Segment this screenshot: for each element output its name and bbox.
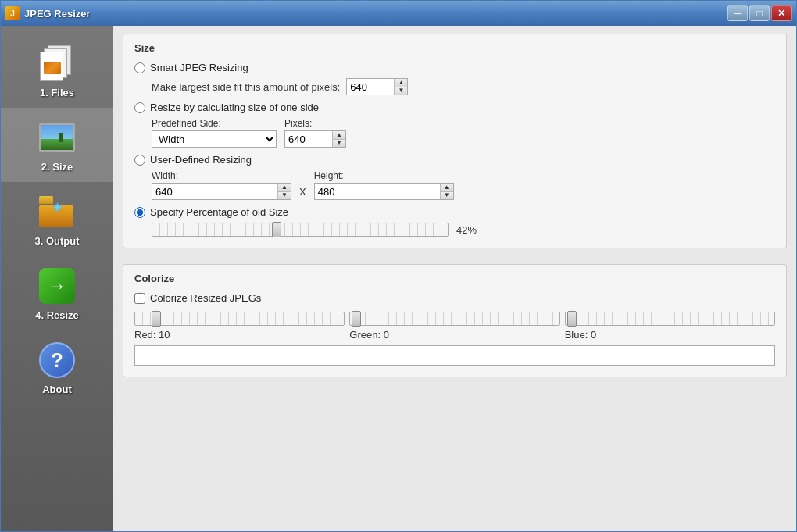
smart-pixels-input[interactable] <box>347 79 394 95</box>
width-up[interactable]: ▲ <box>278 184 291 191</box>
height-label: Height: <box>314 170 454 181</box>
pixels-up[interactable]: ▲ <box>333 131 345 139</box>
about-icon: ? <box>37 340 77 380</box>
title-bar-left: J JPEG Resizer <box>5 6 91 20</box>
files-icon <box>37 43 77 84</box>
size-section-title: Size <box>134 42 775 54</box>
blue-slider-thumb[interactable] <box>567 311 577 327</box>
red-slider-thumb[interactable] <box>152 311 161 327</box>
pixels-down[interactable]: ▼ <box>333 139 345 148</box>
percentage-slider-thumb[interactable] <box>272 222 281 237</box>
output-icon: ✦ <box>37 191 77 232</box>
one-side-option: Resize by calculating size of one side <box>134 102 775 113</box>
one-side-label: Resize by calculating size of one side <box>150 102 319 113</box>
smart-resize-sub: Make largest side fit this amount of pix… <box>152 78 775 95</box>
colorize-section-title: Colorize <box>134 273 775 284</box>
files-label: 1. Files <box>40 87 74 98</box>
smart-pixels-buttons: ▲ ▼ <box>394 79 407 95</box>
main-window: J JPEG Resizer ─ □ ✕ <box>0 0 797 532</box>
user-defined-radio[interactable] <box>134 155 145 166</box>
size-icon <box>37 117 77 158</box>
percentage-radio[interactable] <box>134 207 145 218</box>
size-section: Size Smart JPEG Resizing Make largest si… <box>123 34 787 248</box>
height-group: Height: ▲ ▼ <box>314 170 454 200</box>
smart-pixels-down[interactable]: ▼ <box>395 87 407 95</box>
close-button[interactable]: ✕ <box>771 5 792 21</box>
sidebar-item-about[interactable]: ? About <box>1 330 113 405</box>
width-label: Width: <box>152 170 291 181</box>
colorize-section: Colorize Colorize Resized JPEGs Red: 10 <box>123 264 787 377</box>
sidebar-item-size[interactable]: 2. Size <box>1 108 113 182</box>
percentage-option: Specify Percentage of old Size <box>134 206 775 218</box>
minimize-button[interactable]: ─ <box>727 5 748 21</box>
one-side-fields: Predefined Side: Width Height Pixels: <box>152 118 775 148</box>
x-separator: X <box>299 186 306 200</box>
pixels-label: Pixels: <box>284 118 346 129</box>
smart-resize-label: Smart JPEG Resizing <box>150 62 248 73</box>
predefined-side-select[interactable]: Width Height <box>152 130 277 148</box>
user-defined-sub: Width: ▲ ▼ X Height: <box>152 170 775 200</box>
resize-label: 4. Resize <box>35 309 79 321</box>
red-label: Red: 10 <box>134 329 345 341</box>
height-up[interactable]: ▲ <box>441 184 453 191</box>
blue-slider-group: Blue: 0 <box>565 312 775 341</box>
one-side-sub: Predefined Side: Width Height Pixels: <box>152 118 775 148</box>
pixels-spinner: ▲ ▼ <box>284 130 346 148</box>
width-input[interactable] <box>152 184 277 199</box>
user-defined-label: User-Defined Resizing <box>150 154 252 166</box>
sidebar-item-files[interactable]: 1. Files <box>1 34 113 108</box>
right-panel: Size Smart JPEG Resizing Make largest si… <box>113 26 796 531</box>
predefined-side-group: Predefined Side: Width Height <box>152 118 277 148</box>
green-slider-thumb[interactable] <box>352 311 361 327</box>
output-label: 3. Output <box>34 235 79 247</box>
green-slider-track[interactable] <box>349 312 559 326</box>
smart-pixels-row: Make largest side fit this amount of pix… <box>152 78 775 95</box>
color-sliders: Red: 10 Green: 0 Blue: 0 <box>134 312 775 341</box>
percentage-slider-container: 42% <box>152 223 775 237</box>
pixels-input[interactable] <box>285 131 332 147</box>
app-icon: J <box>5 6 20 20</box>
pixels-buttons: ▲ ▼ <box>332 131 345 147</box>
smart-resize-option: Smart JPEG Resizing <box>134 62 775 73</box>
user-defined-option: User-Defined Resizing <box>134 154 775 166</box>
width-buttons: ▲ ▼ <box>277 184 291 199</box>
smart-resize-radio[interactable] <box>134 62 145 73</box>
width-group: Width: ▲ ▼ <box>152 170 291 200</box>
about-label: About <box>42 384 72 395</box>
height-input[interactable] <box>315 184 440 199</box>
red-slider-track[interactable] <box>134 312 345 326</box>
percentage-value: 42% <box>456 224 484 236</box>
resize-icon: → <box>37 266 77 306</box>
sidebar: 1. Files 2. Size <box>1 26 113 531</box>
blue-slider-track[interactable] <box>565 312 775 326</box>
user-defined-fields: Width: ▲ ▼ X Height: <box>152 170 775 200</box>
maximize-button[interactable]: □ <box>749 5 770 21</box>
pixels-group: Pixels: ▲ ▼ <box>284 118 346 148</box>
smart-pixels-spinner: ▲ ▼ <box>346 78 408 95</box>
main-content: 1. Files 2. Size <box>1 26 796 531</box>
green-slider-group: Green: 0 <box>349 312 559 341</box>
one-side-radio[interactable] <box>134 102 145 113</box>
title-buttons: ─ □ ✕ <box>727 5 792 21</box>
sidebar-item-output[interactable]: ✦ 3. Output <box>1 182 113 256</box>
predefined-side-label: Predefined Side: <box>152 118 277 129</box>
smart-pixels-label: Make largest side fit this amount of pix… <box>152 81 340 93</box>
percentage-slider-track[interactable] <box>152 223 449 237</box>
height-down[interactable]: ▼ <box>441 191 453 200</box>
height-spinner: ▲ ▼ <box>314 183 454 200</box>
percentage-slider-row: 42% <box>152 223 775 237</box>
width-spinner: ▲ ▼ <box>152 183 291 200</box>
blue-label: Blue: 0 <box>565 329 775 341</box>
red-slider-group: Red: 10 <box>134 312 345 341</box>
smart-pixels-up[interactable]: ▲ <box>395 79 407 87</box>
size-label: 2. Size <box>41 161 73 173</box>
color-preview <box>134 345 775 366</box>
colorize-label: Colorize Resized JPEGs <box>150 292 261 304</box>
width-down[interactable]: ▼ <box>278 191 291 200</box>
height-buttons: ▲ ▼ <box>440 184 453 199</box>
colorize-checkbox[interactable] <box>134 293 145 304</box>
title-bar: J JPEG Resizer ─ □ ✕ <box>1 1 796 26</box>
green-label: Green: 0 <box>349 329 559 341</box>
colorize-checkbox-row: Colorize Resized JPEGs <box>134 292 775 304</box>
sidebar-item-resize[interactable]: → 4. Resize <box>1 256 113 330</box>
